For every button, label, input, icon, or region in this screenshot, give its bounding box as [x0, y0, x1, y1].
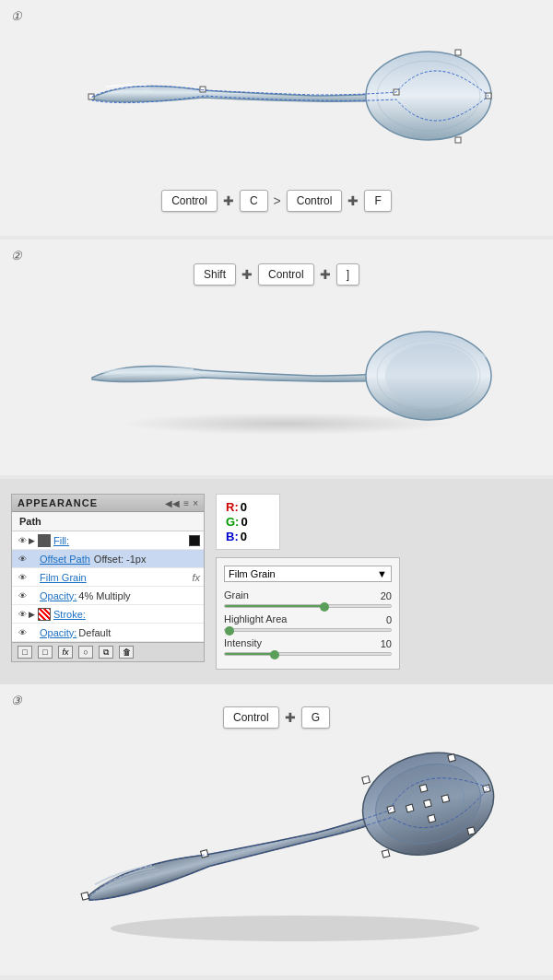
fg-grain-track[interactable] [224, 604, 392, 608]
spoon-svg-3 [46, 749, 507, 951]
ap-fill-row: 👁 ▶ Fill: [12, 531, 204, 550]
ap-path-row: Path [12, 512, 204, 531]
svg-rect-27 [81, 892, 89, 901]
ap-fx-label: fx [192, 572, 200, 583]
ap-square-btn[interactable]: □ [38, 646, 53, 659]
fg-highlight-track[interactable] [224, 628, 392, 632]
film-grain-panel: Film Grain ▼ Grain 20 [216, 557, 400, 670]
ap-offset-row[interactable]: 👁 Offset Path Offset: -1px [12, 550, 204, 568]
key-control-1: Control [161, 190, 218, 212]
ap-duplicate-btn[interactable]: ⧉ [99, 646, 113, 659]
spoon-area-1 [15, 15, 538, 181]
fg-intensity-fill [225, 653, 275, 655]
ap-stroke-label[interactable]: Stroke: [53, 609, 86, 620]
ap-body: 👁 ▶ Fill: 👁 Offset Path Offset: -1px 👁 [12, 531, 204, 642]
ap-eye-4[interactable]: 👁 [16, 589, 29, 602]
spoon-area-3 [15, 740, 538, 961]
svg-point-0 [366, 52, 491, 140]
section-1: ① [0, 0, 553, 236]
ap-fill-color-swatch[interactable] [189, 535, 200, 546]
ap-offset-path-link[interactable]: Offset Path [40, 554, 90, 565]
fg-intensity-track[interactable] [224, 652, 392, 656]
svg-rect-7 [455, 137, 461, 143]
spoon-svg-1 [55, 24, 498, 171]
ap-collapse-icon[interactable]: ◀◀ [165, 498, 180, 508]
ap-eye-6[interactable]: 👁 [16, 626, 29, 639]
ap-fx-btn[interactable]: fx [58, 646, 73, 659]
fg-highlight-thumb[interactable] [225, 626, 234, 636]
plus-5: ✚ [285, 710, 296, 725]
rgb-r-value: 0 [241, 500, 247, 514]
section-3-number: ③ [11, 694, 22, 707]
svg-rect-25 [362, 776, 371, 784]
ap-opacity-row-2: 👁 Opacity: Default [12, 624, 204, 642]
rgb-box: R: 0 G: 0 B: 0 [216, 494, 280, 550]
spoon-area-2 [15, 295, 538, 461]
key-control-2: Control [287, 190, 343, 212]
ap-eye-3[interactable]: 👁 [16, 571, 29, 584]
ap-stroke-row: 👁 ▶ Stroke: [12, 605, 204, 624]
right-panels: R: 0 G: 0 B: 0 Film Grain ▼ [216, 494, 400, 670]
ap-opacity-row-1: 👁 Opacity: 4% Multiply [12, 587, 204, 605]
ap-title: APPEARANCE [18, 497, 98, 508]
fg-dropdown-arrow[interactable]: ▼ [377, 568, 387, 579]
svg-point-11 [385, 344, 477, 408]
svg-rect-29 [387, 806, 395, 814]
ap-eye-5[interactable]: 👁 [16, 608, 29, 621]
ap-stroke-arrow[interactable]: ▶ [29, 610, 38, 619]
ap-film-row: 👁 Film Grain fx [12, 568, 204, 587]
ap-path-label: Path [19, 516, 41, 527]
ap-opacity-value-1: 4% Multiply [78, 590, 130, 601]
ap-add-btn[interactable]: □ [18, 646, 32, 659]
fg-highlight-value: 0 [386, 614, 392, 625]
key-shift: Shift [194, 263, 236, 286]
key-c: C [240, 190, 268, 212]
ap-fill-arrow[interactable]: ▶ [29, 536, 38, 545]
fg-intensity-thumb[interactable] [270, 650, 279, 659]
key-control-4: Control [223, 706, 279, 729]
fg-grain-value-row: Grain 20 [224, 589, 392, 602]
rgb-g-label: G: [226, 515, 239, 529]
rgb-g-value: 0 [241, 515, 247, 529]
ap-titlebar: APPEARANCE ◀◀ ≡ × [12, 495, 204, 512]
plus-1: ✚ [223, 193, 234, 208]
shortcut-row-3: Control ✚ G [15, 706, 538, 729]
arrow-1: > [274, 193, 281, 208]
rgb-b-label: B: [226, 530, 239, 543]
fg-intensity-row: Intensity 10 [224, 637, 392, 656]
appearance-section: APPEARANCE ◀◀ ≡ × Path 👁 ▶ Fill: [0, 479, 553, 684]
ap-delete-btn[interactable]: 🗑 [119, 646, 134, 659]
plus-3: ✚ [241, 267, 253, 282]
svg-rect-5 [455, 50, 461, 55]
key-g: G [301, 706, 330, 729]
section-1-number: ① [11, 9, 22, 23]
ap-footer: □ □ fx ○ ⧉ 🗑 [12, 642, 204, 661]
ap-opacity-label-1[interactable]: Opacity: [40, 590, 76, 601]
fg-intensity-value-row: Intensity 10 [224, 637, 392, 650]
svg-rect-3 [200, 87, 206, 92]
spoon-svg-2 [55, 304, 498, 451]
ap-eye-1[interactable]: 👁 [16, 534, 29, 547]
svg-rect-19 [419, 785, 428, 793]
svg-rect-20 [441, 795, 450, 803]
section-3: ③ Control ✚ G [0, 684, 553, 975]
plus-2: ✚ [347, 193, 359, 208]
fg-dropdown[interactable]: Film Grain ▼ [224, 566, 392, 582]
fg-highlight-value-row: Highlight Area 0 [224, 613, 392, 626]
fg-grain-fill [225, 605, 324, 607]
rgb-r-row: R: 0 [226, 500, 270, 514]
svg-rect-24 [467, 827, 476, 835]
ap-opacity-label-2[interactable]: Opacity: [40, 627, 76, 638]
ap-circle-btn[interactable]: ○ [78, 646, 93, 659]
appearance-panel: APPEARANCE ◀◀ ≡ × Path 👁 ▶ Fill: [11, 494, 205, 662]
ap-menu-icon[interactable]: ≡ [183, 498, 189, 508]
ap-eye-2[interactable]: 👁 [16, 553, 29, 566]
ap-close-icon[interactable]: × [193, 498, 198, 508]
ap-opacity-value-2: Default [78, 627, 111, 638]
ap-film-grain-link[interactable]: Film Grain [40, 572, 192, 583]
panel-container: APPEARANCE ◀◀ ≡ × Path 👁 ▶ Fill: [11, 494, 542, 670]
fg-grain-thumb[interactable] [320, 602, 329, 612]
ap-fill-label[interactable]: Fill: [53, 535, 189, 546]
key-f: F [364, 190, 391, 212]
svg-rect-23 [448, 754, 456, 763]
